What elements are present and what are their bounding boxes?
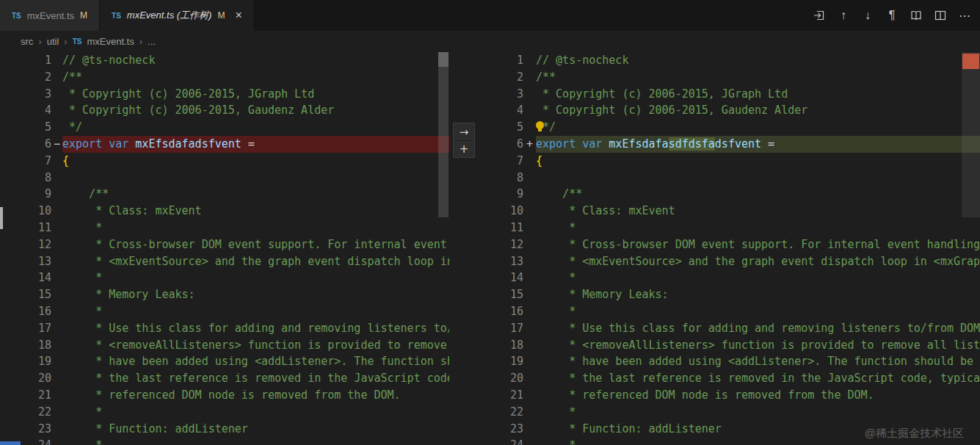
code-line[interactable]: 11 *	[0, 220, 449, 236]
code-line[interactable]: 5 */	[477, 119, 980, 136]
code-line[interactable]: 7{	[0, 153, 449, 170]
code-text: * Class: mxEvent	[62, 203, 449, 220]
code-text: * Class: mxEvent	[536, 203, 980, 220]
code-text: // @ts-nocheck	[536, 52, 980, 69]
code-line[interactable]: 1// @ts-nocheck	[0, 52, 449, 69]
code-line[interactable]: 22 *	[0, 404, 449, 421]
tab-mxevent-worktree[interactable]: TS mxEvent.ts (工作树) M ×	[100, 0, 255, 31]
diff-sign	[523, 286, 536, 303]
code-line[interactable]: 12 * Cross-browser DOM event support. Fo…	[477, 236, 980, 253]
stage-change-button[interactable]: +	[454, 140, 474, 157]
whitespace-icon[interactable]: ¶	[885, 9, 899, 22]
line-number: 18	[477, 337, 523, 354]
tab-mxevent[interactable]: TS mxEvent.ts M	[0, 0, 100, 31]
code-line[interactable]: 18 * <removeAllListeners> function is pr…	[0, 337, 449, 354]
left-edge-marker	[0, 207, 3, 229]
line-number: 6	[477, 136, 523, 153]
line-number: 19	[0, 353, 51, 370]
code-line[interactable]: 10 * Class: mxEvent	[0, 203, 449, 220]
code-text: * Copyright (c) 2006-2015, Gaudenz Alder	[62, 102, 449, 119]
code-line[interactable]: 10 * Class: mxEvent	[477, 203, 980, 220]
code-line[interactable]: 15 * Memory Leaks:	[477, 286, 980, 303]
breadcrumb-item-util[interactable]: util	[47, 36, 59, 47]
code-line[interactable]: 17 * Use this class for adding and remov…	[0, 320, 449, 337]
code-line[interactable]: 17 * Use this class for adding and remov…	[477, 320, 980, 337]
previous-change-icon[interactable]: ↑	[837, 9, 850, 22]
code-line[interactable]: 3 * Copyright (c) 2006-2015, JGraph Ltd	[477, 86, 980, 103]
revert-change-button[interactable]: →	[454, 123, 474, 140]
code-line[interactable]: 23 * Function: addListener	[0, 421, 449, 438]
code-line[interactable]: 6+export var mxEfsdafasdfdsfadsfvent =	[477, 136, 980, 153]
code-line[interactable]: 11 *	[477, 220, 980, 236]
left-scrollbar[interactable]	[438, 52, 449, 445]
diff-sign	[523, 153, 536, 170]
code-text: * <removeAllListeners> function is provi…	[62, 337, 449, 354]
line-number: 3	[0, 86, 51, 103]
code-text: * the last reference is removed in the J…	[536, 370, 980, 387]
code-line[interactable]: 7{	[477, 153, 980, 170]
lightbulb-icon[interactable]	[536, 121, 544, 129]
breadcrumb-item-src[interactable]: src	[21, 36, 33, 47]
line-number: 10	[477, 203, 523, 220]
code-line[interactable]: 21 * referenced DOM node is removed from…	[0, 387, 449, 404]
code-line[interactable]: 8	[0, 170, 449, 187]
code-line[interactable]: 15 * Memory Leaks:	[0, 286, 449, 303]
code-line[interactable]: 4 * Copyright (c) 2006-2015, Gaudenz Ald…	[477, 102, 980, 119]
next-change-icon[interactable]: ↓	[861, 9, 874, 22]
code-text: * Use this class for adding and removing…	[62, 320, 449, 337]
code-line[interactable]: 19 * have been added using <addListener>…	[0, 353, 449, 370]
code-line[interactable]: 20 * the last reference is removed in th…	[0, 370, 449, 387]
code-line[interactable]: 5 */	[0, 119, 449, 136]
breadcrumb-item-symbol[interactable]: ...	[148, 36, 156, 47]
code-line[interactable]: 4 * Copyright (c) 2006-2015, Gaudenz Ald…	[0, 102, 449, 119]
code-line[interactable]: 2/**	[477, 69, 980, 86]
diff-sign	[523, 186, 536, 203]
typescript-icon: TS	[112, 12, 121, 20]
code-line[interactable]: 12 * Cross-browser DOM event support. Fo…	[0, 236, 449, 253]
code-line[interactable]: 9 /**	[0, 186, 449, 203]
code-line[interactable]: 13 * <mxEventSource> and the graph event…	[477, 253, 980, 270]
code-line[interactable]: 19 * have been added using <addListener>…	[477, 353, 980, 370]
breadcrumb-item-file[interactable]: mxEvent.ts	[87, 36, 134, 47]
book-icon[interactable]	[910, 9, 923, 22]
code-text: * have been added using <addListener>. T…	[62, 353, 449, 370]
close-icon[interactable]: ×	[235, 10, 242, 21]
line-number: 8	[0, 170, 51, 187]
more-actions-icon[interactable]: ⋯	[958, 9, 971, 22]
diff-sign	[523, 387, 536, 404]
code-line[interactable]: 14 *	[0, 269, 449, 286]
right-scrollbar[interactable]	[962, 52, 980, 445]
code-text: *	[536, 269, 980, 286]
code-line[interactable]: 16 *	[0, 303, 449, 320]
diff-sign	[523, 253, 536, 270]
diff-sign	[523, 303, 536, 320]
scrollbar-thumb[interactable]	[962, 52, 980, 217]
code-line[interactable]: 21 * referenced DOM node is removed from…	[477, 387, 980, 404]
open-file-icon[interactable]	[813, 9, 826, 22]
diff-sign	[523, 337, 536, 354]
code-line[interactable]: 18 * <removeAllListeners> function is pr…	[477, 337, 980, 354]
code-line[interactable]: 6−export var mxEfsdafadsfvent =	[0, 136, 449, 153]
code-text: * Function: addListener	[62, 421, 449, 438]
line-number: 15	[477, 286, 523, 303]
code-line[interactable]: 14 *	[477, 269, 980, 286]
scrollbar-thumb[interactable]	[438, 52, 449, 217]
line-number: 10	[0, 203, 51, 220]
code-line[interactable]: 1// @ts-nocheck	[477, 52, 980, 69]
code-line[interactable]: 13 * <mxEventSource> and the graph event…	[0, 253, 449, 270]
code-line[interactable]: 9 /**	[477, 186, 980, 203]
code-line[interactable]: 8	[477, 170, 980, 187]
diff-sign	[51, 69, 62, 86]
line-number: 7	[0, 153, 51, 170]
code-line[interactable]: 24 *	[0, 437, 449, 445]
split-editor-icon[interactable]	[934, 9, 947, 22]
code-line[interactable]: 2/**	[0, 69, 449, 86]
code-text: * <mxEventSource> and the graph event di…	[62, 253, 449, 270]
diff-sign	[51, 253, 62, 270]
code-line[interactable]: 20 * the last reference is removed in th…	[477, 370, 980, 387]
code-line[interactable]: 3 * Copyright (c) 2006-2015, JGraph Ltd	[0, 86, 449, 103]
code-line[interactable]: 16 *	[477, 303, 980, 320]
code-text: *	[536, 303, 980, 320]
code-line[interactable]: 22 *	[477, 404, 980, 421]
line-number: 22	[0, 404, 51, 421]
